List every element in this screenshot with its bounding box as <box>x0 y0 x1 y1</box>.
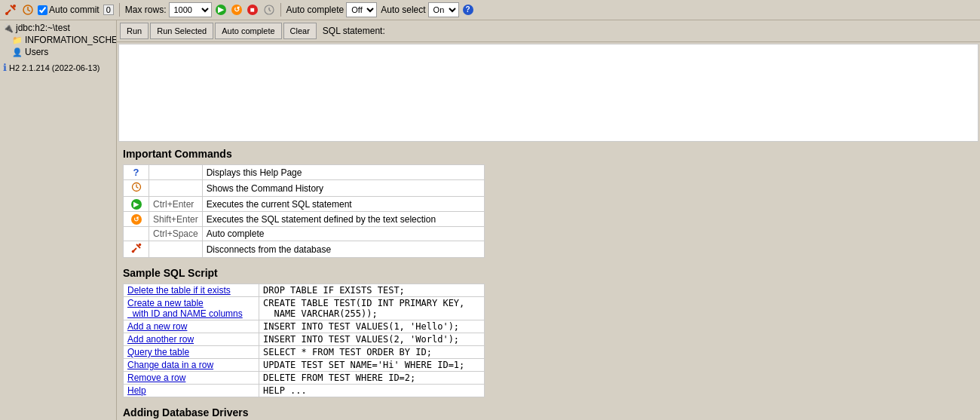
command-icon-run: ▶ <box>124 197 149 212</box>
sample-link-insert1[interactable]: Add a new row <box>124 320 259 333</box>
sql-editor[interactable] <box>118 44 978 142</box>
command-icon-run-selected: ↺ <box>124 212 149 227</box>
sql-toolbar: Run Run Selected Auto complete Clear SQL… <box>117 20 980 42</box>
sample-sql-delete: DELETE FROM TEST WHERE ID=2; <box>259 372 485 385</box>
history-btn2[interactable] <box>262 3 277 17</box>
adding-drivers-title: Adding Database Drivers <box>123 406 974 418</box>
sample-link-update[interactable]: Change data in a row <box>124 359 259 372</box>
sample-sql-update: UPDATE TEST SET NAME='Hi' WHERE ID=1; <box>259 359 485 372</box>
auto-complete-button[interactable]: Auto complete <box>215 23 281 39</box>
help-circle-icon: ? <box>463 5 473 15</box>
sample-link-help[interactable]: Help <box>124 385 259 397</box>
commands-table: ? Displays this Help Page <box>123 164 485 258</box>
autocommit-count: 0 <box>103 5 114 15</box>
sample-link-drop[interactable]: Delete the table if it exists <box>124 284 259 297</box>
command-shortcut-autocomplete: Ctrl+Space <box>149 227 203 241</box>
run-button-toolbar[interactable]: ▶ <box>214 4 228 16</box>
command-shortcut-help <box>149 165 203 180</box>
sidebar: 🔌 jdbc:h2:~\test 📁 INFORMATION_SCHEMA 👤 … <box>0 20 117 420</box>
clear-button[interactable]: Clear <box>283 23 317 39</box>
command-shortcut-history <box>149 180 203 197</box>
autocommit-label: Auto commit <box>49 5 100 15</box>
refresh-button[interactable]: ↺ <box>230 4 243 16</box>
run-button[interactable]: Run <box>120 23 149 39</box>
autocommit-checkbox[interactable] <box>38 5 47 15</box>
sidebar-version: ℹ H2 2.1.214 (2022-06-13) <box>2 61 115 74</box>
command-row-run-selected: ↺ Shift+Enter Executes the SQL statement… <box>124 212 485 227</box>
refresh-icon: ↺ <box>231 5 242 15</box>
sample-row-select: Query the table SELECT * FROM TEST ORDER… <box>124 346 485 359</box>
sidebar-connection[interactable]: 🔌 jdbc:h2:~\test <box>2 22 115 34</box>
stop-icon: ■ <box>247 5 258 15</box>
sql-statement-label: SQL statement: <box>323 26 385 36</box>
command-row-disconnect: Disconnects from the database <box>124 241 485 258</box>
sample-link-create[interactable]: Create a new table with ID and NAME colu… <box>124 297 259 320</box>
sample-sql-title: Sample SQL Script <box>123 267 974 279</box>
svg-point-2 <box>5 12 8 15</box>
command-shortcut-disconnect <box>149 241 203 258</box>
command-shortcut-run-selected: Shift+Enter <box>149 212 203 227</box>
help-toolbar-button[interactable]: ? <box>461 4 475 16</box>
sidebar-information-schema-label: INFORMATION_SCHEMA <box>25 35 117 45</box>
maxrows-label: Max rows: <box>125 5 167 15</box>
disconnect-button[interactable] <box>3 3 18 17</box>
autoselect-label: Auto select <box>381 5 425 15</box>
main-toolbar: Auto commit 0 Max rows: 1000 100 500 500… <box>0 0 980 20</box>
svg-point-3 <box>13 5 16 8</box>
history-button[interactable] <box>20 3 35 17</box>
command-icon-history <box>124 180 149 197</box>
command-row-help: ? Displays this Help Page <box>124 165 485 180</box>
separator-2 <box>280 3 281 17</box>
help-content: Important Commands ? Displays this Help … <box>117 143 980 420</box>
command-desc-run-selected: Executes the SQL statement defined by th… <box>202 212 484 227</box>
sample-row-help: Help HELP ... <box>124 385 485 397</box>
content-area: Run Run Selected Auto complete Clear SQL… <box>117 20 980 420</box>
sample-sql-create: CREATE TABLE TEST(ID INT PRIMARY KEY, NA… <box>259 297 485 320</box>
sample-link-delete[interactable]: Remove a row <box>124 372 259 385</box>
sidebar-connection-label: jdbc:h2:~\test <box>16 23 70 33</box>
connection-icon: 🔌 <box>3 23 14 33</box>
autocomplete-select[interactable]: Off On <box>346 2 377 17</box>
sidebar-users[interactable]: 👤 Users <box>2 46 115 58</box>
sample-row-create: Create a new table with ID and NAME colu… <box>124 297 485 320</box>
command-icon-autocomplete <box>124 227 149 241</box>
autocommit-count-button[interactable]: 0 <box>102 4 115 16</box>
command-desc-autocomplete: Auto complete <box>202 227 484 241</box>
sidebar-version-label: H2 2.1.214 (2022-06-13) <box>9 63 100 72</box>
sample-row-delete: Remove a row DELETE FROM TEST WHERE ID=2… <box>124 372 485 385</box>
command-row-autocomplete: Ctrl+Space Auto complete <box>124 227 485 241</box>
stop-button[interactable]: ■ <box>246 4 259 16</box>
sample-row-update: Change data in a row UPDATE TEST SET NAM… <box>124 359 485 372</box>
run-icon: ▶ <box>216 5 226 15</box>
command-desc-disconnect: Disconnects from the database <box>202 241 484 258</box>
sidebar-users-label: Users <box>25 47 48 57</box>
svg-point-11 <box>131 250 134 253</box>
sample-sql-table: Delete the table if it exists DROP TABLE… <box>123 284 485 397</box>
command-row-history: Shows the Command History <box>124 180 485 197</box>
svg-line-7 <box>269 10 271 11</box>
command-icon-disconnect <box>124 241 149 258</box>
sample-sql-insert2: INSERT INTO TEST VALUES(2, 'World'); <box>259 333 485 346</box>
autocommit-checkbox-container: Auto commit <box>38 5 100 15</box>
command-desc-history: Shows the Command History <box>202 180 484 197</box>
command-shortcut-run: Ctrl+Enter <box>149 197 203 212</box>
sample-row-drop: Delete the table if it exists DROP TABLE… <box>124 284 485 297</box>
autoselect-select[interactable]: On Off <box>428 2 459 17</box>
command-desc-help: Displays this Help Page <box>202 165 484 180</box>
sample-sql-drop: DROP TABLE IF EXISTS TEST; <box>259 284 485 297</box>
sample-sql-help: HELP ... <box>259 385 485 397</box>
sample-sql-insert1: INSERT INTO TEST VALUES(1, 'Hello'); <box>259 320 485 333</box>
svg-point-12 <box>138 244 141 247</box>
autocomplete-label: Auto complete <box>286 5 345 15</box>
maxrows-select[interactable]: 1000 100 500 5000 10000 <box>169 2 212 17</box>
sample-row-insert1: Add a new row INSERT INTO TEST VALUES(1,… <box>124 320 485 333</box>
run-selected-button[interactable]: Run Selected <box>150 23 213 39</box>
command-desc-run: Executes the current SQL statement <box>202 197 484 212</box>
separator-1 <box>119 3 120 17</box>
important-commands-title: Important Commands <box>123 148 974 160</box>
sidebar-information-schema[interactable]: 📁 INFORMATION_SCHEMA <box>2 34 115 46</box>
sample-link-insert2[interactable]: Add another row <box>124 333 259 346</box>
sample-link-select[interactable]: Query the table <box>124 346 259 359</box>
folder-icon: 📁 <box>12 35 23 45</box>
sample-sql-select: SELECT * FROM TEST ORDER BY ID; <box>259 346 485 359</box>
